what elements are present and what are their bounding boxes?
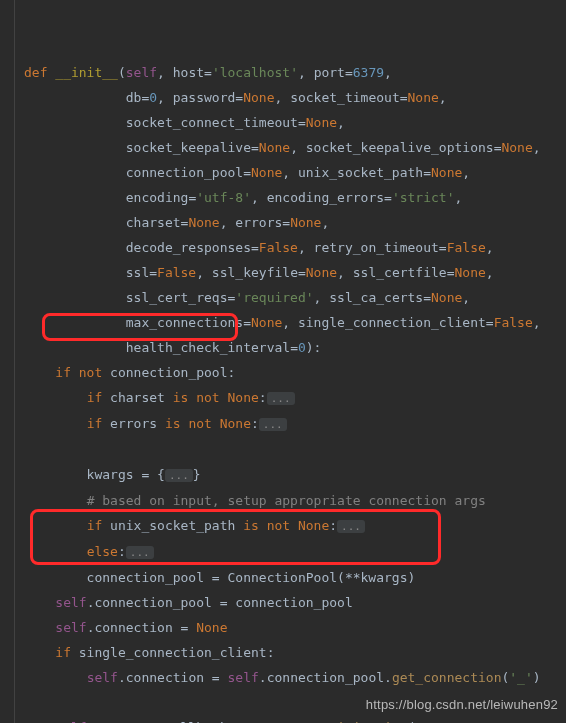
self: self: [126, 65, 157, 80]
colon: :: [329, 518, 337, 533]
indent: [24, 620, 55, 635]
indent: [24, 595, 55, 610]
comma: ,: [455, 190, 463, 205]
kw-def: def: [24, 65, 55, 80]
charset: charset: [110, 390, 173, 405]
eq: =: [251, 240, 259, 255]
fold-icon[interactable]: ...: [259, 418, 287, 431]
kw-if: if: [55, 645, 78, 660]
str-localhost: 'localhost': [212, 65, 298, 80]
comma: ,: [384, 65, 392, 80]
kw-if: if: [87, 518, 110, 533]
indent: [24, 518, 87, 533]
num-0: 0: [149, 90, 157, 105]
false: False: [157, 265, 196, 280]
colon: :: [118, 544, 126, 559]
sep: ,: [220, 215, 236, 230]
sep: ,: [196, 265, 212, 280]
eq: =: [243, 315, 251, 330]
self: self: [55, 620, 86, 635]
param-host: host: [173, 65, 204, 80]
sep: ,: [290, 140, 306, 155]
eq: =: [423, 290, 431, 305]
sep: ,: [157, 90, 173, 105]
punct: (: [118, 65, 126, 80]
none: None: [431, 290, 462, 305]
indent: [24, 165, 126, 180]
none: None: [431, 165, 462, 180]
none: None: [228, 390, 259, 405]
eq: =: [149, 265, 157, 280]
sep: ,: [314, 290, 330, 305]
fold-icon[interactable]: ...: [126, 546, 154, 559]
param-retry-on-timeout: retry_on_timeout: [314, 240, 439, 255]
param-single-connection-client: single_connection_client: [298, 315, 486, 330]
none: None: [455, 265, 486, 280]
eq: =: [243, 165, 251, 180]
sep: ,: [298, 65, 314, 80]
none: None: [251, 315, 282, 330]
assign-pool: connection_pool = ConnectionPool(**kwarg…: [24, 570, 415, 585]
sep: ,: [282, 165, 298, 180]
param-encoding: encoding: [126, 190, 189, 205]
indent: [24, 340, 126, 355]
indent: [24, 140, 126, 155]
comment-line: # based on input, setup appropriate conn…: [87, 493, 486, 508]
param-decode-responses: decode_responses: [126, 240, 251, 255]
param-unix-socket-path: unix_socket_path: [298, 165, 423, 180]
false: False: [447, 240, 486, 255]
colon: :: [251, 416, 259, 431]
eq: =: [447, 265, 455, 280]
comma: ,: [462, 290, 470, 305]
fold-icon[interactable]: ...: [165, 469, 193, 482]
indent: [24, 416, 87, 431]
eq: =: [439, 240, 447, 255]
eq: =: [204, 65, 212, 80]
sep: ,: [298, 240, 314, 255]
kw-else: else: [87, 544, 118, 559]
indent: [24, 493, 87, 508]
eq: =: [251, 140, 259, 155]
assign-self-pool: .connection_pool = connection_pool: [87, 595, 353, 610]
fold-icon[interactable]: ...: [337, 520, 365, 533]
str-underscore: '_': [509, 670, 532, 685]
paren: ): [533, 670, 541, 685]
sep: ,: [251, 190, 267, 205]
sep: ,: [274, 90, 290, 105]
param-socket-keepalive: socket_keepalive: [126, 140, 251, 155]
indent: [24, 265, 126, 280]
fn-name: __init__: [55, 65, 118, 80]
unix-socket-path: unix_socket_path: [110, 518, 243, 533]
indent: [24, 315, 126, 330]
eq: =: [423, 165, 431, 180]
eq: =: [298, 115, 306, 130]
attr: .connection_pool.: [259, 670, 392, 685]
param-ssl-keyfile: ssl_keyfile: [212, 265, 298, 280]
code-block: def __init__(self, host='localhost', por…: [0, 0, 566, 723]
eq: =: [384, 190, 392, 205]
kw-is-not: is not: [243, 518, 298, 533]
kw-if: if: [87, 390, 110, 405]
comma: ,: [321, 215, 329, 230]
param-db: db: [126, 90, 142, 105]
indent: [24, 670, 87, 685]
str-utf8: 'utf-8': [196, 190, 251, 205]
none: None: [501, 140, 532, 155]
num-6379: 6379: [353, 65, 384, 80]
param-ssl-cert-reqs: ssl_cert_reqs: [126, 290, 228, 305]
brace: }: [193, 467, 201, 482]
indent: [24, 544, 87, 559]
param-socket-timeout: socket_timeout: [290, 90, 400, 105]
fold-icon[interactable]: ...: [267, 392, 295, 405]
kw-if-not: if not: [55, 365, 110, 380]
single-connection-client: single_connection_client:: [79, 645, 275, 660]
indent: [24, 290, 126, 305]
none: None: [251, 165, 282, 180]
comma: ,: [337, 115, 345, 130]
eq: =: [298, 265, 306, 280]
none: None: [220, 416, 251, 431]
param-max-connections: max_connections: [126, 315, 243, 330]
indent: [24, 90, 126, 105]
indent: [24, 115, 126, 130]
param-encoding-errors: encoding_errors: [267, 190, 384, 205]
